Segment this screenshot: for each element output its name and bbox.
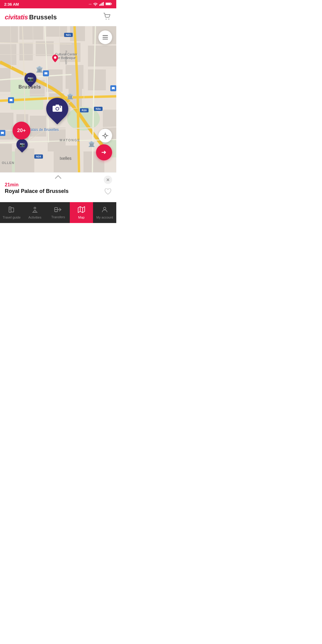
nav-activities[interactable]: Activities [23, 202, 47, 223]
hamburger-line-2 [103, 37, 108, 38]
activities-label: Activities [28, 216, 41, 219]
card-chevron[interactable] [5, 175, 112, 180]
nav-my-account[interactable]: My account [93, 202, 116, 223]
svg-rect-20 [19, 43, 33, 61]
svg-point-85 [103, 207, 106, 210]
hamburger-line-3 [103, 39, 108, 39]
transfers-icon [54, 206, 62, 214]
cultural-center-pin [52, 55, 58, 64]
map-menu-button[interactable] [98, 30, 112, 44]
map-pin-main[interactable] [46, 98, 68, 120]
svg-rect-0 [99, 4, 100, 6]
status-bar: 2:36 AM ··· [0, 0, 116, 8]
nav-travel-guide[interactable]: Travel guide [0, 202, 23, 223]
map-pin-small-1[interactable]: 📷 [24, 73, 36, 85]
travel-guide-icon [8, 206, 15, 215]
wifi-icon [93, 2, 98, 6]
hamburger-line-1 [103, 35, 108, 36]
svg-rect-28 [0, 113, 13, 140]
close-card-button[interactable] [104, 176, 112, 184]
status-time: 2:36 AM [4, 2, 19, 7]
svg-point-80 [55, 211, 56, 212]
svg-rect-27 [88, 69, 106, 90]
logo: civitatis Brussels [5, 13, 57, 21]
svg-point-81 [57, 211, 58, 212]
svg-rect-16 [46, 26, 67, 37]
svg-rect-3 [103, 2, 104, 6]
bottom-navigation: Travel guide Activities Transfers [0, 202, 116, 223]
svg-rect-23 [88, 46, 116, 66]
svg-marker-82 [78, 207, 85, 213]
svg-rect-34 [15, 148, 34, 172]
svg-point-8 [109, 18, 109, 19]
nav-map[interactable]: Map [70, 202, 93, 223]
battery-icon [106, 2, 112, 6]
travel-guide-label: Travel guide [3, 216, 21, 219]
bottom-card: 21min Royal Palace of Brussels [0, 172, 116, 202]
my-account-label: My account [96, 216, 113, 219]
svg-rect-14 [0, 26, 18, 43]
network-icon: ··· [89, 2, 92, 6]
svg-rect-33 [0, 144, 12, 172]
card-title: Royal Palace of Brussels [5, 188, 112, 195]
transfers-label: Transfers [51, 215, 65, 219]
map-icon [78, 206, 85, 215]
cluster-badge[interactable]: 20+ [13, 122, 30, 140]
status-icons: ··· [89, 2, 112, 6]
svg-rect-65 [55, 105, 59, 106]
svg-rect-17 [70, 26, 85, 41]
svg-rect-2 [102, 3, 103, 6]
app-header: civitatis Brussels [0, 8, 116, 26]
map-pin-small-2[interactable]: 📷 [16, 139, 28, 150]
heart-button[interactable] [104, 188, 112, 197]
map-label: Map [78, 216, 84, 219]
svg-rect-5 [111, 3, 112, 4]
svg-rect-30 [30, 116, 46, 137]
nav-transfers[interactable]: Transfers [47, 202, 70, 223]
cart-button[interactable] [103, 12, 112, 22]
logo-civitatis: civitatis [5, 13, 28, 21]
map-view[interactable]: N21 R20 N3a N24 🏛️ 🏛️ 🏛️ 📷 [0, 26, 116, 172]
route-button[interactable] [96, 144, 112, 160]
svg-rect-35 [54, 145, 78, 172]
location-button[interactable] [98, 129, 112, 143]
svg-point-61 [54, 56, 56, 59]
logo-city: Brussels [29, 13, 57, 21]
my-account-icon [101, 206, 108, 215]
svg-rect-1 [100, 4, 101, 6]
svg-point-7 [106, 18, 107, 19]
svg-point-67 [104, 134, 106, 137]
svg-rect-6 [106, 3, 111, 5]
card-time: 21min [5, 182, 112, 188]
svg-point-77 [34, 207, 36, 209]
svg-rect-26 [66, 65, 83, 89]
activities-icon [31, 206, 38, 215]
signal-icon [99, 2, 104, 6]
